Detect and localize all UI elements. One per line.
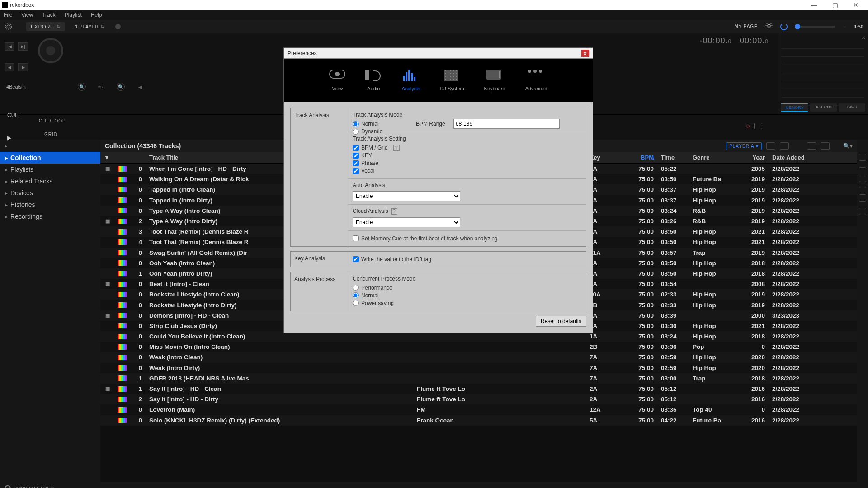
chk-bpm-grid[interactable]: BPM / Grid? [353, 145, 581, 151]
chk-key[interactable]: KEY [353, 152, 581, 159]
jog-disc-icon [38, 38, 63, 63]
table-row[interactable]: 1GDFR 2018 (HEADLNRS Alive Mas7A75.0003:… [100, 373, 857, 384]
gutter-icon[interactable] [859, 181, 866, 188]
sidebar-item-playlists[interactable]: Playlists [0, 164, 100, 175]
prefs-tab-advanced[interactable]: Advanced [525, 70, 547, 91]
mypage-link[interactable]: MY PAGE [734, 24, 758, 29]
menu-view[interactable]: View [21, 12, 33, 18]
bpm-range-input[interactable] [453, 119, 560, 129]
view-icon-2[interactable] [780, 142, 789, 150]
chk-id3[interactable]: Write the value to the ID3 tag [353, 256, 581, 263]
menu-track[interactable]: Track [42, 12, 56, 18]
rekordbox-icon[interactable] [5, 23, 13, 31]
zoom-out-icon[interactable]: 🔍 [117, 83, 125, 91]
prefs-tab-djsystem[interactable]: DJ System [440, 70, 464, 91]
prefs-tab-keyboard[interactable]: Keyboard [484, 70, 505, 91]
auto-analysis-select[interactable]: Enable [353, 191, 460, 201]
col-time[interactable]: Time [657, 154, 689, 161]
view-icon-3[interactable] [807, 142, 816, 150]
chk-memory-cue[interactable]: Set Memory Cue at the first beat of trac… [353, 235, 581, 242]
col-bpm[interactable]: BPM [618, 154, 657, 161]
prev-track-button[interactable]: |◀ [5, 42, 14, 51]
hotcue-tab[interactable]: HOT CUE [810, 103, 837, 112]
prefs-tab-view[interactable]: View [329, 70, 345, 91]
table-row[interactable]: ▦1Say It [Intro] - HD - CleanFlume ft To… [100, 384, 857, 394]
progress-minus[interactable]: − [843, 23, 846, 30]
next-track-button[interactable]: ▶| [18, 42, 28, 51]
cloud-analysis-select[interactable]: Enable [353, 217, 460, 227]
help-icon[interactable]: ? [393, 145, 400, 151]
settings-icon[interactable] [765, 22, 773, 31]
cloud-analysis-title: Cloud Analysis? [353, 208, 581, 215]
sidebar-item-devices[interactable]: Devices [0, 187, 100, 199]
search-icon[interactable]: 🔍▾ [843, 143, 853, 149]
sync-manager-label[interactable]: SYNC MANAGER [14, 486, 54, 488]
sidebar-item-recordings[interactable]: Recordings [0, 211, 100, 222]
help-icon[interactable]: ? [391, 208, 397, 215]
radio-performance[interactable]: Performance [353, 285, 581, 291]
forward-button[interactable]: ▶ [18, 63, 28, 71]
memory-tab[interactable]: MEMORY [781, 103, 808, 112]
table-row[interactable]: 0Solo (KNCKL H3DZ Remix) (Dirty) (Extend… [100, 415, 857, 426]
record-icon[interactable] [114, 23, 122, 31]
view-icon-4[interactable] [821, 142, 830, 150]
radio-normal[interactable]: Normal [353, 292, 581, 299]
col-year[interactable]: Year [732, 154, 769, 161]
sidebar: ▸ Collection Playlists Related Tracks De… [0, 140, 100, 482]
section-analysis-process: Analysis Process [291, 272, 348, 311]
col-genre[interactable]: Genre [689, 154, 732, 161]
sidebar-item-related[interactable]: Related Tracks [0, 175, 100, 187]
waveform-icon [118, 219, 127, 224]
sidebar-item-histories[interactable]: Histories [0, 199, 100, 211]
col-date[interactable]: Date Added [769, 154, 841, 161]
player-count-selector[interactable]: 1 PLAYER⇅ [71, 22, 108, 31]
info-panel: ✕ MEMORY HOT CUE INFO [778, 33, 868, 114]
view-icon-1[interactable] [766, 142, 775, 150]
zoom-icon[interactable]: 🔍 [78, 83, 86, 91]
table-row[interactable]: 0Weak (Intro Dirty)7A75.0002:59Hip Hop20… [100, 363, 857, 373]
prefs-tab-analysis[interactable]: Analysis [401, 70, 420, 91]
chk-vocal[interactable]: Vocal [353, 168, 581, 174]
close-button[interactable]: ✕ [845, 1, 866, 9]
radio-powersave[interactable]: Power saving [353, 300, 581, 306]
reset-defaults-button[interactable]: Reset to defaults [536, 316, 586, 327]
waveform-icon [118, 407, 127, 413]
menu-file[interactable]: File [4, 12, 12, 18]
marker-icon[interactable]: ◇ [746, 123, 750, 129]
svg-point-2 [768, 24, 770, 27]
concurrent-title: Concurrent Process Mode [353, 276, 581, 282]
minimize-button[interactable]: — [804, 1, 825, 9]
info-tab[interactable]: INFO [839, 103, 865, 112]
beats-selector[interactable]: 4Beats⇅ [6, 84, 26, 89]
mode-title: Track Analysis Mode [353, 112, 581, 118]
menu-help[interactable]: Help [91, 12, 102, 18]
list-icon[interactable] [754, 123, 762, 129]
table-row[interactable]: 0Lovetron (Main)FM12A75.0003:35Top 4002/… [100, 404, 857, 415]
toolbar-clock: 9:50 [854, 24, 863, 29]
waveform-icon [118, 313, 127, 318]
gutter-icon[interactable] [859, 154, 866, 161]
prefs-tab-audio[interactable]: Audio [365, 70, 382, 91]
play-button[interactable]: ▶ [7, 135, 25, 153]
export-mode-button[interactable]: EXPORT⇅ [26, 22, 65, 31]
chk-phrase[interactable]: Phrase [353, 160, 581, 166]
table-row[interactable]: 0Weak (Intro Clean)7A75.0002:59Hip Hop20… [100, 352, 857, 362]
collapse-icon[interactable]: ◀ [136, 83, 144, 91]
prefs-title: Preferences [288, 50, 317, 56]
gutter-icon[interactable] [859, 208, 866, 215]
menu-playlist[interactable]: Playlist [65, 12, 82, 18]
progress-slider[interactable] [795, 26, 835, 28]
cue-button[interactable]: CUE [7, 112, 25, 130]
player-a-badge[interactable]: PLAYER A ▾ [726, 142, 762, 150]
rewind-button[interactable]: ◀ [5, 63, 14, 71]
prefs-close-button[interactable]: x [581, 50, 589, 57]
table-row[interactable]: 0Miss Movin On (Intro Clean)2B75.0003:36… [100, 342, 857, 352]
gutter-icon[interactable] [859, 194, 866, 202]
maximize-button[interactable]: ▢ [825, 1, 845, 9]
gutter-icon[interactable] [859, 167, 866, 174]
table-row[interactable]: 2Say It [Intro] - HD - DirtyFlume ft Tov… [100, 394, 857, 404]
reset-zoom-button[interactable]: RST [97, 83, 105, 91]
info-close-button[interactable]: ✕ [862, 35, 865, 40]
filter-column[interactable]: ▼ [100, 154, 115, 161]
sidebar-item-collection[interactable]: Collection [0, 152, 100, 164]
